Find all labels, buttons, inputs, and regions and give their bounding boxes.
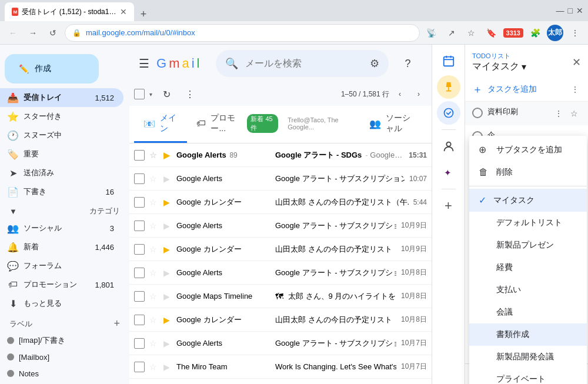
compose-button[interactable]: ✏️ 作成 [5, 54, 99, 84]
row-important[interactable]: ▶ [163, 245, 172, 254]
row-important[interactable]: ▶ [163, 221, 172, 231]
menu-icon[interactable]: ⋮ [567, 25, 583, 41]
row-important[interactable]: ▶ [163, 151, 172, 160]
tab-social[interactable]: 👥 ソーシャル [360, 106, 427, 143]
user-avatar-small[interactable]: 太郎 [547, 25, 563, 41]
table-row[interactable]: ☆ ▶ Google カレンダー 山田太郎 さんの今日の予定リスト（午... 5… [129, 191, 432, 214]
sidebar-item-updates[interactable]: 🔔 新着 1,446 [0, 238, 123, 256]
contacts-app-icon[interactable] [437, 135, 460, 158]
sidebar-item-more[interactable]: ⬇ もっと見る [0, 294, 123, 313]
row-star[interactable]: ☆ [149, 174, 159, 183]
todo-list-name[interactable]: マイタスク ▾ [472, 61, 567, 73]
row-checkbox[interactable] [134, 291, 145, 302]
add-task-menu-button[interactable]: ⋮ [569, 84, 581, 95]
menu-list-documents[interactable]: 書類作成 [469, 323, 587, 346]
row-important[interactable]: ▶ [163, 315, 172, 325]
sidebar-item-social[interactable]: 👥 ソーシャル 3 [0, 219, 123, 238]
task-item-1[interactable]: 資料印刷 ⋮ ☆ [465, 102, 588, 125]
row-star[interactable]: ☆ [149, 362, 159, 372]
sidebar-item-drafts[interactable]: 📄 下書き 16 [0, 182, 123, 201]
row-star[interactable]: ☆ [149, 315, 159, 325]
next-page-button[interactable]: › [410, 86, 427, 102]
row-important[interactable]: ▶ [163, 198, 172, 207]
menu-add-subtask[interactable]: ⊕ サブタスクを追加 [469, 138, 587, 161]
todo-close-button[interactable]: ✕ [572, 56, 581, 69]
sidebar-item-starred[interactable]: ⭐ スター付き [0, 107, 123, 126]
row-checkbox[interactable] [134, 362, 145, 372]
menu-list-newproduct[interactable]: 新製品プレゼン [469, 234, 587, 256]
sidebar-item-inbox[interactable]: 📥 受信トレイ 1,512 [0, 88, 123, 107]
label-mailbox[interactable]: [Mailbox] [0, 349, 129, 365]
puzzle-icon[interactable]: 🧩 [527, 25, 543, 41]
tab-promos[interactable]: 🏷 プロモー... 新着 45 件 Trello@Taco, The Googl… [187, 106, 360, 143]
row-star[interactable]: ☆ [149, 198, 159, 207]
refresh-emails-button[interactable]: ↻ [157, 85, 176, 103]
label-notes[interactable]: Notes [0, 365, 129, 382]
row-checkbox[interactable] [134, 150, 145, 161]
menu-list-payment[interactable]: 支払い [469, 279, 587, 301]
menu-list-expenses[interactable]: 経費 [469, 256, 587, 279]
table-row[interactable]: ☆ ▶ Google カレンダー 山田太郎 さんの今日の予定リスト（午... 1… [129, 308, 432, 332]
row-important[interactable]: ▶ [163, 292, 172, 301]
row-checkbox[interactable] [134, 244, 145, 255]
row-star[interactable]: ☆ [149, 292, 159, 301]
add-app-button[interactable]: + [437, 194, 460, 218]
table-row[interactable]: ☆ ▶ Google カレンダー 山田太郎 さんの今日の予定リスト（午... 1… [129, 238, 432, 261]
add-task-button[interactable]: ＋ タスクを追加 ⋮ [465, 78, 588, 102]
table-row[interactable]: ☆ ▶ Google カレンダー 山田太郎 さんの今日の予定リスト（午... 1… [129, 379, 432, 384]
menu-list-mytask[interactable]: ✓ マイタスク [469, 189, 587, 212]
label-imap-drafts[interactable]: [Imap]/下書き [0, 332, 129, 349]
select-all-checkbox[interactable] [134, 89, 145, 99]
keep-app-icon[interactable] [437, 75, 460, 99]
table-row[interactable]: ☆ ▶ Google Alerts Google アラート - サブスクリプショ… [129, 167, 432, 191]
address-bar[interactable]: 🔒 mail.google.com/mail/u/0/#inbox [65, 24, 420, 42]
back-button[interactable]: ← [5, 25, 21, 41]
labels-section[interactable]: ラベル + [0, 313, 129, 332]
row-checkbox[interactable] [134, 268, 145, 278]
row-star[interactable]: ☆ [149, 245, 159, 254]
calendar-app-icon[interactable] [437, 49, 460, 73]
search-input[interactable] [245, 58, 363, 69]
label-important-mail[interactable]: 重要メール [0, 382, 129, 384]
task-checkbox-1[interactable] [472, 108, 483, 118]
table-row[interactable]: ☆ ▶ Google Alerts Google アラート - サブスクリプショ… [129, 332, 432, 355]
refresh-button[interactable]: ↺ [45, 25, 61, 41]
maximize-button[interactable]: □ [568, 6, 573, 15]
sidebar-item-promos[interactable]: 🏷 プロモーション 1,801 [0, 275, 123, 294]
sidebar-item-snoozed[interactable]: 🕐 スヌーズ中 [0, 126, 123, 145]
more-options-button[interactable]: ⋮ [181, 85, 199, 103]
hamburger-button[interactable]: ☰ [139, 56, 149, 71]
share-icon[interactable]: ↗ [443, 25, 460, 41]
sidebar-item-forums[interactable]: 💬 フォーラム [0, 256, 123, 275]
search-filter-icon[interactable]: ⚙ [370, 57, 379, 70]
row-checkbox[interactable] [134, 338, 145, 349]
bookmark-manager-icon[interactable]: 🔖 [483, 25, 500, 41]
close-window-button[interactable]: ✕ [576, 6, 583, 15]
menu-list-meeting[interactable]: 会議 [469, 301, 587, 323]
menu-list-default[interactable]: デフォルトリスト [469, 212, 587, 234]
row-star[interactable]: ☆ [149, 151, 159, 160]
minimize-button[interactable]: — [556, 6, 564, 15]
row-star[interactable]: ☆ [149, 268, 159, 278]
help-button[interactable]: ? [396, 52, 419, 75]
forward-button[interactable]: → [25, 25, 41, 41]
tab-close-button[interactable]: ✕ [120, 7, 127, 16]
tab-main[interactable]: 📧 メイン [134, 106, 187, 143]
row-star[interactable]: ☆ [149, 221, 159, 231]
table-row[interactable]: ☆ ▶ Google Alerts 89 Google アラート - SDGs … [129, 143, 432, 167]
menu-list-newproductdev[interactable]: 新製品開発会議 [469, 346, 587, 368]
row-important[interactable]: ▶ [163, 362, 172, 372]
row-checkbox[interactable] [134, 197, 145, 208]
table-row[interactable]: ☆ ▶ The Miro Team Work Is Changing. Let'… [129, 355, 432, 379]
task-star-button-1[interactable]: ☆ [567, 106, 581, 121]
add-label-icon[interactable]: + [113, 318, 120, 330]
table-row[interactable]: ☆ ▶ Google Alerts Google アラート - サブスクリプショ… [129, 261, 432, 285]
sidebar-item-sent[interactable]: ➤ 送信済み [0, 163, 123, 182]
row-important[interactable]: ▶ [163, 174, 172, 183]
row-checkbox[interactable] [134, 315, 145, 325]
row-checkbox[interactable] [134, 221, 145, 231]
categories-section[interactable]: ▼ カテゴリ [0, 201, 129, 219]
cast-icon[interactable]: 📡 [423, 25, 440, 41]
table-row[interactable]: ☆ ▶ Google Maps Timeline 🗺 太郎 さん、9 月のハイラ… [129, 285, 432, 308]
new-tab-button[interactable]: + [136, 7, 151, 21]
